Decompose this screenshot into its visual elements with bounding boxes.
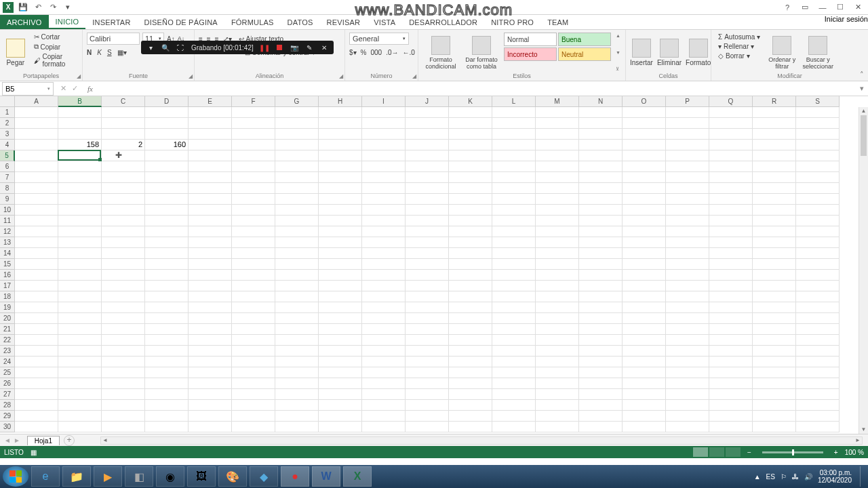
cell[interactable] — [449, 205, 492, 216]
cell[interactable] — [709, 183, 753, 194]
find-select-button[interactable]: Buscar y seleccionar — [801, 33, 835, 73]
taskbar-app2[interactable]: 🖼 — [187, 466, 216, 487]
cell[interactable] — [492, 118, 536, 129]
cell[interactable] — [58, 248, 102, 259]
row-header[interactable]: 24 — [0, 357, 15, 367]
cell[interactable] — [145, 259, 189, 270]
cell[interactable] — [319, 183, 362, 194]
cell[interactable] — [666, 270, 709, 281]
cell[interactable] — [319, 313, 362, 324]
tray-flag-icon[interactable]: ⚐ — [781, 473, 787, 481]
cell[interactable] — [579, 389, 623, 400]
cell[interactable] — [406, 281, 449, 291]
cell[interactable] — [753, 161, 796, 172]
cell[interactable] — [362, 107, 406, 118]
cell[interactable] — [232, 313, 275, 324]
cell[interactable] — [406, 357, 449, 367]
rec-camera-icon[interactable]: 📷 — [290, 43, 298, 52]
cell[interactable] — [536, 291, 579, 302]
cell[interactable] — [362, 226, 406, 237]
cell[interactable] — [15, 237, 58, 248]
cell[interactable] — [666, 346, 709, 357]
cell[interactable] — [579, 107, 623, 118]
cell[interactable] — [796, 226, 840, 237]
cell[interactable] — [579, 183, 623, 194]
cell[interactable] — [449, 324, 492, 335]
cell[interactable] — [145, 291, 189, 302]
cell[interactable] — [579, 357, 623, 367]
cell[interactable] — [796, 205, 840, 216]
cell[interactable] — [666, 172, 709, 183]
rec-pause-icon[interactable]: ❚❚ — [260, 43, 269, 52]
cell[interactable] — [189, 237, 232, 248]
cell[interactable] — [623, 259, 666, 270]
cell[interactable] — [145, 389, 189, 400]
cell[interactable] — [58, 216, 102, 226]
cell[interactable] — [796, 411, 840, 422]
cell[interactable] — [58, 346, 102, 357]
cancel-formula-icon[interactable]: ✕ — [60, 84, 66, 93]
column-header[interactable]: J — [406, 96, 449, 107]
cell[interactable] — [536, 161, 579, 172]
cell[interactable] — [753, 107, 796, 118]
cell[interactable] — [449, 172, 492, 183]
cell[interactable] — [275, 378, 319, 389]
cell[interactable] — [666, 194, 709, 205]
cell[interactable] — [449, 107, 492, 118]
sheet-tab[interactable]: Hoja1 — [27, 436, 60, 445]
cell[interactable] — [102, 400, 145, 411]
cell[interactable] — [362, 422, 406, 432]
cell[interactable] — [796, 346, 840, 357]
cell[interactable] — [623, 226, 666, 237]
row-header[interactable]: 23 — [0, 346, 15, 357]
cell[interactable] — [362, 357, 406, 367]
paste-button[interactable]: Pegar — [4, 33, 27, 73]
fx-icon[interactable]: fx — [85, 85, 96, 93]
cell[interactable] — [623, 183, 666, 194]
cell[interactable] — [492, 357, 536, 367]
cell[interactable] — [796, 291, 840, 302]
copy-button[interactable]: ⧉Copiar — [31, 42, 79, 52]
cell[interactable] — [406, 270, 449, 281]
scroll-down-icon[interactable]: ▼ — [859, 426, 868, 434]
cell[interactable] — [232, 400, 275, 411]
cell[interactable] — [15, 389, 58, 400]
cell[interactable] — [753, 281, 796, 291]
cell[interactable] — [666, 216, 709, 226]
cell[interactable] — [362, 183, 406, 194]
cell[interactable] — [15, 367, 58, 378]
cell[interactable] — [709, 150, 753, 161]
row-header[interactable]: 8 — [0, 183, 15, 194]
cell[interactable] — [406, 150, 449, 161]
cell[interactable] — [15, 346, 58, 357]
cell[interactable] — [15, 194, 58, 205]
cell[interactable] — [102, 237, 145, 248]
row-header[interactable]: 5 — [0, 150, 15, 161]
row-header[interactable]: 6 — [0, 161, 15, 172]
cell[interactable] — [145, 422, 189, 432]
cell[interactable] — [623, 118, 666, 129]
cell[interactable] — [796, 422, 840, 432]
cell[interactable] — [362, 248, 406, 259]
cell[interactable] — [796, 140, 840, 150]
cell[interactable] — [362, 302, 406, 313]
cell[interactable] — [753, 422, 796, 432]
cell[interactable] — [579, 422, 623, 432]
cell[interactable] — [709, 357, 753, 367]
cell[interactable] — [623, 411, 666, 422]
cell[interactable] — [102, 378, 145, 389]
cell[interactable] — [362, 161, 406, 172]
cell[interactable] — [579, 237, 623, 248]
font-name-select[interactable]: Calibri — [87, 33, 140, 45]
cell[interactable] — [275, 183, 319, 194]
scroll-thumb[interactable] — [861, 115, 867, 156]
cell[interactable] — [709, 422, 753, 432]
cell[interactable] — [709, 216, 753, 226]
cell[interactable] — [232, 378, 275, 389]
cell[interactable] — [189, 357, 232, 367]
cell[interactable] — [362, 118, 406, 129]
cell[interactable] — [275, 281, 319, 291]
cell[interactable] — [319, 291, 362, 302]
cell[interactable] — [796, 183, 840, 194]
cell[interactable] — [58, 378, 102, 389]
